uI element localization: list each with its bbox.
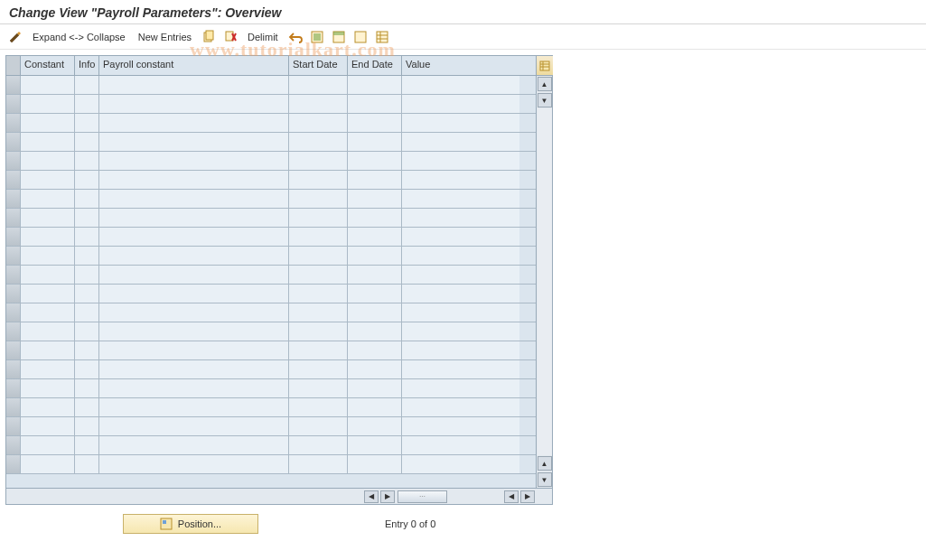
new-entries-button[interactable]: New Entries: [135, 30, 195, 44]
table-cell[interactable]: [21, 114, 75, 132]
table-cell[interactable]: [6, 152, 21, 170]
table-cell[interactable]: [21, 209, 75, 227]
column-header-value[interactable]: Value: [402, 56, 519, 75]
table-cell[interactable]: [21, 379, 75, 397]
table-cell[interactable]: [99, 152, 289, 170]
table-cell[interactable]: [99, 95, 289, 113]
table-cell[interactable]: [99, 209, 289, 227]
column-header-selector[interactable]: [6, 56, 21, 75]
table-cell[interactable]: [289, 76, 348, 94]
table-row[interactable]: [6, 76, 536, 95]
table-cell[interactable]: [75, 247, 99, 265]
table-cell[interactable]: [348, 190, 402, 208]
table-cell[interactable]: [75, 455, 99, 473]
table-cell[interactable]: [99, 114, 289, 132]
table-row[interactable]: [6, 455, 536, 474]
hscroll-thumb[interactable]: ⋯: [398, 490, 447, 503]
table-cell[interactable]: [99, 247, 289, 265]
table-cell[interactable]: [289, 247, 348, 265]
scroll-left-icon[interactable]: ◀: [504, 490, 519, 503]
table-row[interactable]: [6, 303, 536, 322]
table-cell[interactable]: [348, 379, 402, 397]
table-cell[interactable]: [99, 322, 289, 341]
table-cell[interactable]: [6, 341, 21, 359]
table-cell[interactable]: [289, 360, 348, 378]
table-cell[interactable]: [289, 436, 348, 454]
table-cell[interactable]: [75, 417, 99, 435]
table-cell[interactable]: [402, 209, 519, 227]
table-cell[interactable]: [6, 228, 21, 246]
table-cell[interactable]: [348, 322, 402, 341]
table-row[interactable]: [6, 228, 536, 247]
table-cell[interactable]: [21, 171, 75, 189]
table-cell[interactable]: [402, 152, 519, 170]
table-cell[interactable]: [402, 266, 519, 284]
table-cell[interactable]: [75, 436, 99, 454]
table-cell[interactable]: [75, 209, 99, 227]
table-cell[interactable]: [75, 322, 99, 341]
table-cell[interactable]: [21, 228, 75, 246]
table-cell[interactable]: [289, 285, 348, 303]
table-cell[interactable]: [75, 303, 99, 322]
table-cell[interactable]: [289, 133, 348, 151]
scroll-left-first-icon[interactable]: ◀: [364, 490, 379, 503]
table-cell[interactable]: [348, 341, 402, 359]
table-row[interactable]: [6, 360, 536, 379]
table-cell[interactable]: [21, 95, 75, 113]
table-row[interactable]: [6, 247, 536, 266]
table-cell[interactable]: [75, 171, 99, 189]
table-cell[interactable]: [402, 285, 519, 303]
table-cell[interactable]: [6, 379, 21, 397]
table-cell[interactable]: [21, 266, 75, 284]
table-cell[interactable]: [289, 95, 348, 113]
vscroll-track[interactable]: [538, 108, 552, 455]
table-row[interactable]: [6, 209, 536, 228]
table-cell[interactable]: [402, 322, 519, 341]
table-cell[interactable]: [6, 76, 21, 94]
table-cell[interactable]: [99, 266, 289, 284]
table-cell[interactable]: [348, 114, 402, 132]
table-cell[interactable]: [348, 417, 402, 435]
position-button[interactable]: Position...: [123, 514, 258, 534]
table-cell[interactable]: [99, 228, 289, 246]
table-cell[interactable]: [6, 436, 21, 454]
table-cell[interactable]: [402, 171, 519, 189]
table-row[interactable]: [6, 114, 536, 133]
column-header-constant[interactable]: Constant: [21, 56, 75, 75]
table-cell[interactable]: [99, 303, 289, 322]
table-cell[interactable]: [348, 285, 402, 303]
table-cell[interactable]: [289, 171, 348, 189]
table-cell[interactable]: [21, 190, 75, 208]
table-cell[interactable]: [348, 303, 402, 322]
table-cell[interactable]: [75, 398, 99, 416]
table-cell[interactable]: [6, 398, 21, 416]
table-cell[interactable]: [99, 417, 289, 435]
table-row[interactable]: [6, 322, 536, 341]
table-cell[interactable]: [75, 76, 99, 94]
expand-collapse-button[interactable]: Expand <-> Collapse: [29, 30, 129, 44]
table-cell[interactable]: [402, 133, 519, 151]
table-cell[interactable]: [289, 417, 348, 435]
table-cell[interactable]: [289, 152, 348, 170]
table-cell[interactable]: [402, 228, 519, 246]
table-cell[interactable]: [75, 360, 99, 378]
table-cell[interactable]: [99, 76, 289, 94]
column-header-payroll-constant[interactable]: Payroll constant: [99, 56, 289, 75]
table-cell[interactable]: [348, 266, 402, 284]
table-cell[interactable]: [99, 379, 289, 397]
table-cell[interactable]: [348, 398, 402, 416]
table-cell[interactable]: [348, 360, 402, 378]
table-cell[interactable]: [75, 190, 99, 208]
table-cell[interactable]: [21, 303, 75, 322]
table-cell[interactable]: [75, 266, 99, 284]
table-cell[interactable]: [402, 76, 519, 94]
table-cell[interactable]: [99, 360, 289, 378]
table-cell[interactable]: [348, 152, 402, 170]
table-cell[interactable]: [289, 114, 348, 132]
table-cell[interactable]: [75, 114, 99, 132]
table-cell[interactable]: [289, 228, 348, 246]
table-cell[interactable]: [6, 417, 21, 435]
select-all-icon[interactable]: [309, 29, 325, 45]
table-cell[interactable]: [6, 114, 21, 132]
table-row[interactable]: [6, 266, 536, 285]
